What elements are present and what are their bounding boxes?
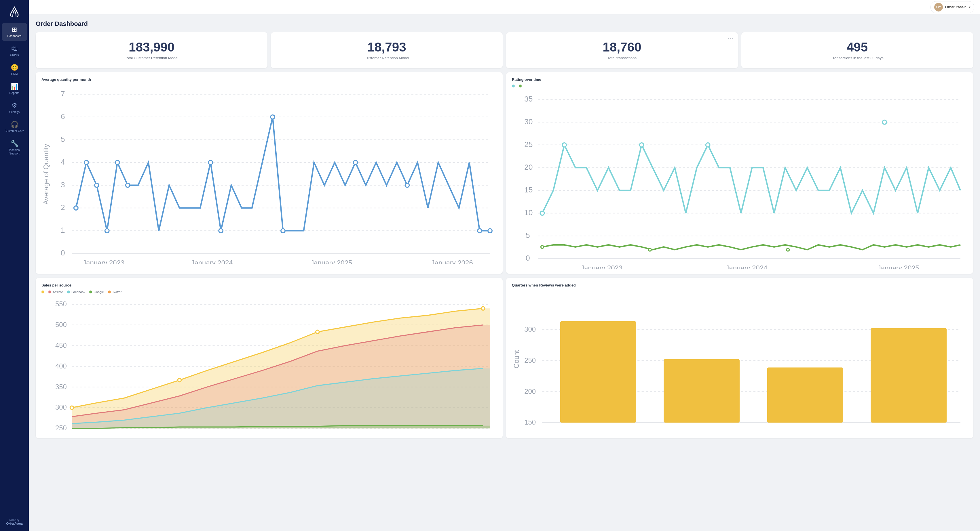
stat-number: 18,793 — [368, 40, 406, 54]
svg-point-59 — [786, 249, 789, 251]
charts-row-1: Average quantity per month 0 1 2 3 4 5 6… — [36, 72, 973, 274]
rating-chart-legend — [512, 84, 967, 87]
stat-number: 183,990 — [129, 40, 175, 54]
quarters-chart: 150 200 250 300 Count — [512, 290, 967, 429]
dashboard-icon: ⊞ — [12, 26, 17, 33]
svg-text:3: 3 — [61, 181, 65, 189]
sidebar-item-orders[interactable]: 🛍 Orders — [2, 42, 27, 60]
logo — [7, 3, 22, 20]
svg-text:10: 10 — [524, 209, 533, 217]
stat-card-total-crm: 183,990 Total Customer Retention Model — [36, 32, 267, 68]
made-by-label: Made by — [10, 518, 19, 521]
svg-text:300: 300 — [55, 403, 67, 411]
sidebar-item-settings[interactable]: ⚙ Settings — [2, 99, 27, 117]
svg-point-28 — [405, 183, 409, 187]
svg-point-54 — [640, 143, 643, 147]
quarters-chart-title: Quarters when Reviews were added — [512, 283, 967, 287]
svg-point-56 — [882, 120, 886, 124]
more-options-icon[interactable]: ··· — [728, 35, 734, 41]
sidebar-item-label: Customer Care — [5, 130, 24, 133]
stat-card-last30: 495 Transactions in the last 30 days — [741, 32, 973, 68]
svg-point-83 — [178, 378, 181, 382]
stat-number: 495 — [847, 40, 868, 54]
svg-point-17 — [74, 206, 78, 210]
sidebar-item-technical-support[interactable]: 🔧 Technical Support — [2, 137, 27, 158]
legend-item-green — [519, 84, 522, 87]
svg-point-18 — [84, 160, 88, 165]
sidebar-item-label: Dashboard — [8, 35, 22, 38]
legend-label-twitter: Twitter — [112, 290, 121, 294]
sales-chart-title: Sales per source — [41, 283, 497, 287]
legend-item-affiliate: Affiliate — [48, 290, 63, 294]
stat-number: 18,760 — [603, 40, 641, 54]
legend-item-google: Google — [89, 290, 103, 294]
svg-text:200: 200 — [524, 387, 536, 395]
svg-point-52 — [540, 211, 544, 215]
charts-row-2: Sales per source Affiliate Facebook — [36, 278, 973, 438]
svg-point-55 — [706, 143, 710, 147]
svg-text:350: 350 — [55, 383, 67, 390]
svg-point-27 — [353, 160, 357, 165]
user-menu[interactable]: OY Omar Yassin ▾ — [931, 1, 974, 13]
svg-text:1: 1 — [61, 226, 65, 235]
svg-text:January 2023: January 2023 — [581, 264, 622, 269]
svg-text:January 2025: January 2025 — [878, 264, 919, 269]
customer-care-icon: 🎧 — [11, 121, 18, 128]
avg-quantity-chart: 0 1 2 3 4 5 6 7 — [41, 84, 497, 265]
sales-chart-legend: Affiliate Facebook Google Twitter — [41, 290, 497, 294]
svg-text:Average of Quantity: Average of Quantity — [42, 144, 50, 204]
sidebar-item-crm[interactable]: 😊 CRM — [2, 61, 27, 79]
svg-point-58 — [649, 249, 652, 251]
sidebar-item-customer-care[interactable]: 🎧 Customer Care — [2, 118, 27, 136]
svg-point-30 — [488, 229, 492, 233]
svg-text:2: 2 — [61, 203, 65, 212]
svg-point-26 — [281, 229, 285, 233]
svg-text:250: 250 — [524, 356, 536, 364]
topbar: OY Omar Yassin ▾ — [29, 0, 980, 14]
svg-point-82 — [70, 406, 73, 409]
svg-text:400: 400 — [55, 362, 67, 369]
technical-support-icon: 🔧 — [11, 140, 18, 147]
legend-label-facebook: Facebook — [72, 290, 85, 294]
reports-icon: 📊 — [11, 83, 18, 90]
user-name: Omar Yassin — [945, 5, 966, 9]
avatar: OY — [934, 3, 943, 11]
sidebar-item-label: Settings — [9, 111, 19, 114]
svg-point-23 — [208, 160, 212, 165]
settings-icon: ⚙ — [11, 102, 17, 109]
svg-point-85 — [481, 307, 485, 310]
svg-point-19 — [95, 183, 99, 187]
legend-label-google: Google — [94, 290, 103, 294]
main-area: OY Omar Yassin ▾ Order Dashboard 183,990… — [29, 0, 980, 531]
svg-text:0: 0 — [61, 249, 65, 257]
svg-text:250: 250 — [55, 424, 67, 432]
sidebar: ⊞ Dashboard 🛍 Orders 😊 CRM 📊 Reports ⚙ S… — [0, 0, 29, 531]
svg-text:4: 4 — [61, 158, 65, 166]
sidebar-footer: Made by CyberAgora — [6, 516, 22, 528]
sidebar-nav: ⊞ Dashboard 🛍 Orders 😊 CRM 📊 Reports ⚙ S… — [0, 23, 29, 516]
svg-text:5: 5 — [61, 135, 65, 144]
svg-text:550: 550 — [55, 300, 67, 308]
sidebar-item-dashboard[interactable]: ⊞ Dashboard — [2, 23, 27, 41]
svg-point-25 — [270, 115, 275, 119]
sidebar-item-reports[interactable]: 📊 Reports — [2, 80, 27, 98]
svg-text:150: 150 — [524, 418, 536, 426]
legend-dot-yellow — [41, 290, 45, 293]
legend-item-teal — [512, 84, 515, 87]
svg-rect-97 — [767, 367, 843, 423]
svg-point-22 — [126, 183, 130, 187]
stat-label: Transactions in the last 30 days — [831, 56, 883, 60]
svg-point-53 — [562, 143, 566, 147]
svg-point-24 — [219, 229, 223, 233]
sales-per-source-card: Sales per source Affiliate Facebook — [36, 278, 503, 438]
sidebar-item-label: Orders — [10, 54, 19, 57]
orders-icon: 🛍 — [11, 45, 18, 52]
legend-dot-twitter — [108, 290, 111, 293]
content-area: Order Dashboard 183,990 Total Customer R… — [29, 14, 980, 531]
svg-text:30: 30 — [524, 117, 533, 126]
svg-text:Count: Count — [512, 350, 520, 368]
sidebar-item-label: Technical Support — [4, 148, 25, 155]
svg-text:300: 300 — [524, 325, 536, 333]
rating-over-time-chart-card: Rating over time 0 5 10 15 — [506, 72, 973, 274]
svg-rect-96 — [663, 359, 740, 423]
